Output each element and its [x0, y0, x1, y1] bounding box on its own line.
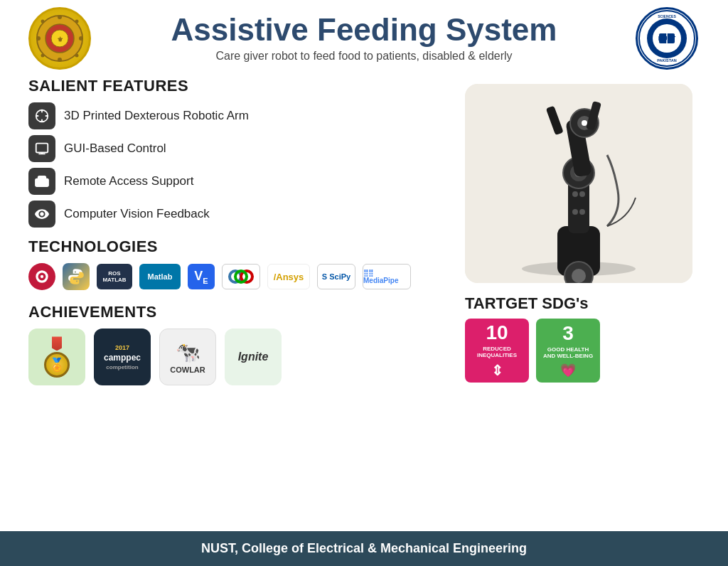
sdg-3-icon: 💗 [560, 363, 576, 378]
svg-point-47 [572, 209, 578, 215]
feature-icon-gui [28, 135, 55, 162]
sdg-card-10: 10 REDUCEDINEQUALITIES ⇕ [465, 319, 529, 383]
opencv-logo [222, 264, 260, 289]
list-item: Remote Access Support [28, 168, 437, 195]
header-text: Assistive Feeding System Care giver robo… [171, 13, 557, 63]
sdg-3-number: 3 [562, 324, 574, 343]
svg-point-4 [58, 15, 62, 19]
achievement-cards: 🏅 2017 camppec competition 🐄 COWLAR [28, 329, 437, 385]
achievement-card-cowlar: 🐄 COWLAR [159, 329, 216, 385]
feature-label-remote: Remote Access Support [64, 174, 193, 188]
sdg-10-label: REDUCEDINEQUALITIES [477, 346, 517, 359]
svg-point-48 [579, 209, 585, 215]
ve-logo: VE [188, 264, 215, 289]
list-item: GUI-Based Control [28, 135, 437, 162]
achievement-card-medal: 🏅 [28, 329, 85, 385]
svg-point-6 [36, 36, 41, 41]
svg-point-5 [58, 58, 62, 62]
footer: NUST, College of Electrical & Mechanical… [0, 531, 728, 566]
achievements-section: ACHIEVEMENTS 🏅 2017 camppec competition [28, 303, 437, 385]
technologies-section: TECHNOLOGIES [28, 237, 437, 290]
list-item: 3D Printed Dexterous Robotic Arm [28, 102, 437, 129]
achievement-card-camppec: 2017 camppec competition [94, 329, 151, 385]
svg-point-36 [572, 269, 586, 283]
svg-rect-23 [36, 179, 48, 187]
svg-point-44 [582, 120, 587, 126]
subtitle: Care giver robot to feed food to patient… [171, 50, 557, 63]
sdg-title: TARTGET SDG's [465, 294, 700, 313]
robot-image [465, 84, 692, 283]
technologies-title: TECHNOLOGIES [28, 237, 437, 256]
svg-point-28 [41, 275, 43, 278]
right-panel: TARTGET SDG's 10 REDUCEDINEQUALITIES ⇕ 3… [458, 77, 700, 525]
sdg-10-number: 10 [486, 323, 508, 343]
features-list: 3D Printed Dexterous Robotic Arm GUI-Bas… [28, 102, 437, 228]
scipy-logo: S SciPy [317, 264, 355, 289]
features-section: SALIENT FEATURES 3D Printed Dexterous Ro… [28, 77, 437, 237]
feature-icon-3d [28, 102, 55, 129]
sdg-card-3: 3 GOOD HEALTHAND WELL-BEING 💗 [536, 319, 600, 383]
logo-right: NUST PAKISTAN SCIENCES [636, 7, 700, 71]
feature-label-gui: GUI-Based Control [64, 142, 166, 156]
svg-point-9 [75, 20, 79, 23]
content-area: SALIENT FEATURES 3D Printed Dexterous Ro… [0, 70, 728, 525]
sdg-10-icon: ⇕ [491, 362, 503, 379]
feature-label-3d: 3D Printed Dexterous Robotic Arm [64, 109, 249, 123]
main-title: Assistive Feeding System [171, 13, 557, 47]
svg-point-49 [572, 191, 578, 197]
achievements-title: ACHIEVEMENTS [28, 303, 437, 321]
tech-logos: ROSMATLAB Matlab VE [28, 263, 437, 290]
main-container: ⚜ Assistive Feeding System Care giver ro… [0, 0, 728, 566]
svg-text:NUST: NUST [658, 35, 676, 42]
header: ⚜ Assistive Feeding System Care giver ro… [0, 0, 728, 70]
sdg-cards: 10 REDUCEDINEQUALITIES ⇕ 3 GOOD HEALTHAN… [465, 319, 700, 383]
left-panel: SALIENT FEATURES 3D Printed Dexterous Ro… [28, 77, 437, 525]
svg-rect-20 [36, 144, 48, 153]
raspberry-pi-logo [28, 263, 55, 290]
svg-point-7 [79, 36, 83, 41]
sdg-3-label: GOOD HEALTHAND WELL-BEING [543, 346, 593, 360]
ros-logo: ROSMATLAB [97, 264, 132, 289]
achievement-card-ignite: Ignite [225, 329, 282, 385]
feature-icon-remote [28, 168, 55, 195]
feature-icon-vision [28, 201, 55, 228]
svg-point-10 [41, 54, 45, 58]
feature-label-vision: Computer Vision Feedback [64, 207, 210, 221]
python-logo [63, 263, 90, 290]
matlab-logo: Matlab [139, 264, 181, 289]
list-item: Computer Vision Feedback [28, 201, 437, 228]
svg-point-11 [75, 54, 79, 58]
svg-text:SCIENCES: SCIENCES [658, 14, 676, 18]
mediapipe-logo: ⣿⣿ MediaPipe [363, 264, 411, 289]
footer-label: NUST, College of Electrical & Mechanical… [201, 541, 527, 555]
svg-text:⚜: ⚜ [57, 36, 63, 43]
sdg-section: TARTGET SDG's 10 REDUCEDINEQUALITIES ⇕ 3… [458, 294, 700, 383]
svg-text:PAKISTAN: PAKISTAN [657, 58, 676, 63]
svg-point-8 [41, 20, 45, 23]
logo-left: ⚜ [28, 7, 92, 71]
ansys-logo: /Ansys [267, 264, 310, 289]
svg-point-50 [579, 191, 585, 197]
features-title: SALIENT FEATURES [28, 77, 437, 95]
